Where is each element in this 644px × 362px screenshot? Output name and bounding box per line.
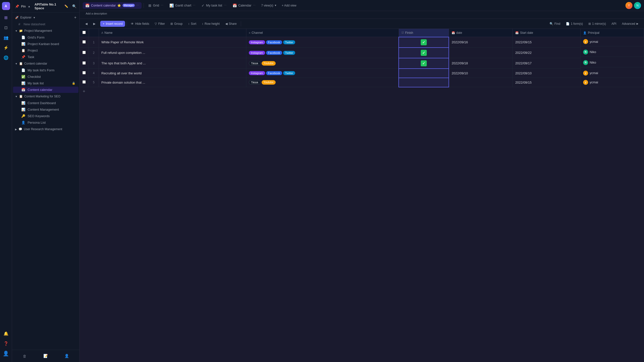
finish-cell[interactable]	[399, 69, 449, 78]
tab-gantt[interactable]: 📊 Gantt chart ⋯	[167, 2, 198, 9]
row-checkbox[interactable]	[82, 61, 86, 65]
user-avatar[interactable]: A	[2, 2, 10, 10]
channel-tag[interactable]: Twitter	[283, 71, 295, 75]
add-icon[interactable]: +	[74, 15, 76, 20]
automation-icon[interactable]: ⚡	[2, 43, 11, 52]
insert-record-button[interactable]: + Insert record	[100, 21, 125, 27]
advanced-button[interactable]: Advanced ▶	[619, 21, 641, 27]
date-cell[interactable]: 2022/09/16	[449, 37, 513, 48]
sidebar-item-seo-keywords[interactable]: 🔑 SEO Keywords	[13, 113, 78, 119]
channel-cell[interactable]: TiktokYoutube	[246, 58, 399, 69]
principal-cell[interactable]: NNiko	[581, 48, 644, 57]
date-cell[interactable]	[449, 48, 513, 58]
globe-icon[interactable]: 🌐	[2, 53, 11, 62]
api-button[interactable]: API	[609, 21, 619, 27]
date-column-header[interactable]: 📅 date	[449, 29, 513, 37]
sidebar-item-grids-form[interactable]: 📄 Grid's Form	[13, 34, 78, 41]
channel-column-header[interactable]: ≡ Channel	[246, 29, 399, 37]
row-checkbox-cell[interactable]	[80, 58, 89, 69]
grid-view-icon[interactable]: ⊡	[2, 23, 11, 32]
users-icon[interactable]: 👥	[2, 33, 11, 42]
principal-cell[interactable]: yycmai	[581, 78, 644, 87]
forms-button[interactable]: 📄 1 form(s)	[563, 21, 585, 27]
search-icon[interactable]: 🔍	[72, 4, 76, 8]
tab-grid[interactable]: ⊞ Grid ⋯	[146, 2, 166, 9]
sidebar-item-content-dashboard[interactable]: 📊 Content Dashboard	[13, 100, 78, 106]
name-cell[interactable]: Recruiting all over the world	[99, 69, 246, 78]
user-icon[interactable]: 👤	[2, 349, 11, 358]
find-button[interactable]: 🔍 Find	[547, 21, 563, 27]
start-date-cell[interactable]: 2022/09/22	[513, 48, 581, 58]
name-cell[interactable]: Private domain solution that ...	[99, 78, 246, 87]
channel-tag[interactable]: Instagram	[249, 40, 265, 44]
channel-tag[interactable]: Instagram	[249, 51, 265, 55]
channel-tag[interactable]: Facebook	[266, 51, 282, 55]
sidebar-item-my-task-list[interactable]: 📊 My task list 🔒	[13, 80, 78, 86]
row-checkbox[interactable]	[82, 80, 86, 84]
sidebar-item-checklist[interactable]: ✅ Checklist	[13, 74, 78, 80]
trash-button[interactable]: 🗑	[21, 352, 29, 360]
group-button[interactable]: ⊞ Group	[168, 21, 185, 27]
help-icon[interactable]: ❓	[2, 339, 11, 348]
start-date-cell[interactable]: 2022/09/17	[513, 58, 581, 69]
start-date-cell[interactable]: 2022/09/10	[513, 69, 581, 78]
home-icon[interactable]: ⊞	[2, 13, 11, 22]
tab-my-task-list[interactable]: ✓ My task list ⋯	[199, 2, 229, 9]
user-avatar-1[interactable]: Y	[625, 2, 632, 9]
channel-tag[interactable]: Youtube	[262, 61, 276, 66]
finish-column-header[interactable]: ☑ Finish	[399, 29, 449, 37]
gantt-options-icon[interactable]: ⋯	[193, 4, 195, 7]
date-cell[interactable]: 2022/09/18	[449, 58, 513, 69]
channel-tag[interactable]: Instagram	[249, 71, 265, 75]
channel-cell[interactable]: InstagramFacebookTwitter	[246, 69, 399, 78]
channel-cell[interactable]: InstagramFacebookTwitter	[246, 37, 399, 48]
row-checkbox-cell[interactable]	[80, 69, 89, 78]
views-button[interactable]: 7 view(s) ▼	[259, 3, 279, 8]
channel-tag[interactable]: Tiktok	[249, 80, 261, 85]
tab-content-calendar[interactable]: 📅 Content calendar ⭐ Manager ⋯	[83, 2, 142, 9]
section-content-marketing[interactable]: ▼ 📋 Content Marketing for SEO	[12, 93, 79, 100]
row-checkbox[interactable]	[82, 51, 86, 54]
tab-calendar[interactable]: 📅 Calendar ⋯	[230, 2, 258, 9]
row-checkbox[interactable]	[82, 40, 86, 44]
new-datasheet-item[interactable]: # New datasheet	[13, 21, 78, 27]
share-button[interactable]: ◀ Share	[223, 21, 239, 27]
forward-button[interactable]: ▶	[91, 20, 98, 27]
filter-button[interactable]: ▽ Filter	[152, 21, 167, 27]
channel-tag[interactable]: Tiktok	[249, 61, 261, 66]
name-cell[interactable]: White Paper of Remote Work	[99, 37, 246, 48]
row-checkbox-cell[interactable]	[80, 48, 89, 58]
name-cell[interactable]: Full refund upon completion ...	[99, 48, 246, 58]
grid-options-icon[interactable]: ⋯	[161, 4, 163, 7]
sidebar-item-content-management[interactable]: 📊 Content Management ◀	[13, 106, 78, 113]
channel-tag[interactable]: Twitter	[283, 40, 295, 44]
sidebar-item-content-calendar[interactable]: 📅 Content calendar	[13, 87, 78, 93]
template-button[interactable]: 📝	[42, 352, 50, 360]
date-cell[interactable]: 2022/09/10	[449, 69, 513, 78]
mirrors-button[interactable]: ⊞ 1 mirror(s)	[586, 21, 608, 27]
principal-cell[interactable]: NNiko	[581, 58, 644, 67]
row-height-button[interactable]: ↕ Row height	[199, 21, 222, 27]
channel-tag[interactable]: Youtube	[262, 80, 276, 85]
row-checkbox-cell[interactable]	[80, 37, 89, 48]
principal-column-header[interactable]: 👤 Principal	[580, 29, 644, 37]
select-all-checkbox[interactable]	[82, 31, 86, 34]
sidebar-item-task[interactable]: 📌 Task	[13, 54, 78, 60]
add-row-button[interactable]: +	[80, 87, 644, 96]
task-options-icon[interactable]: ⋯	[224, 4, 227, 7]
channel-cell[interactable]: InstagramFacebookTwitter	[246, 48, 399, 58]
share-user-button[interactable]: 👤	[63, 352, 71, 360]
description-text[interactable]: Add a description	[83, 12, 110, 17]
channel-tag[interactable]: Twitter	[283, 51, 295, 55]
start-date-column-header[interactable]: 📅 Start date	[513, 29, 581, 37]
finish-cell[interactable]	[399, 58, 449, 69]
finish-cell[interactable]	[399, 78, 449, 87]
sidebar-item-persona-list[interactable]: 👤 Persona List	[13, 119, 78, 126]
sidebar-item-my-task-form[interactable]: 📄 My task list's Form ◀	[13, 67, 78, 73]
channel-tag[interactable]: Facebook	[266, 71, 282, 75]
sidebar-item-project[interactable]: 📋 Project ◀	[13, 47, 78, 54]
section-user-research[interactable]: ▶ 💬 User Research Management	[12, 126, 79, 132]
start-date-cell[interactable]: 2022/09/15	[513, 37, 581, 48]
add-view-button[interactable]: + Add view	[280, 3, 298, 8]
cal-options-icon[interactable]: ⋯	[253, 4, 256, 7]
